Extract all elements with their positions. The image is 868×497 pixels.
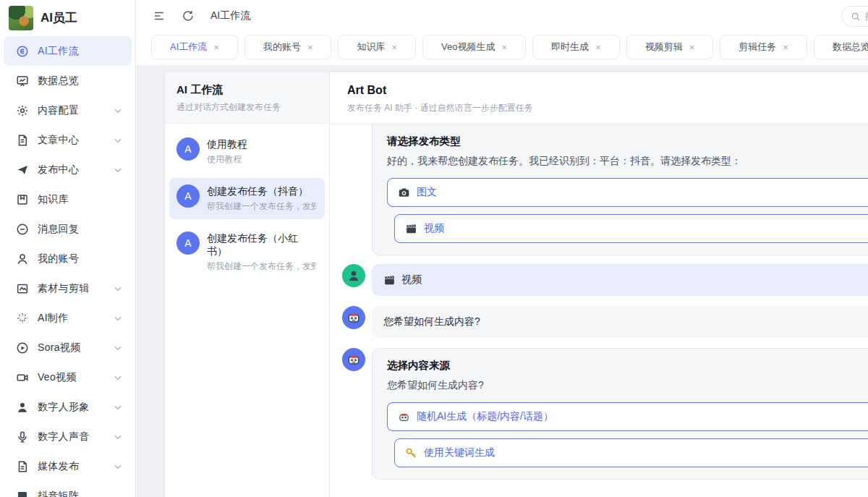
camera-icon bbox=[398, 187, 410, 199]
tab-video-editing[interactable]: 视频剪辑 × bbox=[626, 35, 714, 59]
chat-message-bot: 请选择发布类型 好的，我来帮您创建发布任务。我已经识别到：平台：抖音。请选择发布… bbox=[342, 124, 868, 255]
chat-message-bot: 选择内容来源 您希望如何生成内容? 随机AI生成（标题/内容/话题） bbox=[342, 348, 868, 480]
option-button-keyword-generate[interactable]: 使用关键词生成 bbox=[394, 438, 868, 467]
close-icon[interactable]: × bbox=[595, 42, 601, 53]
collapse-menu-icon[interactable] bbox=[153, 9, 166, 22]
sidebar-item-veo-video[interactable]: Veo视频 bbox=[4, 362, 132, 392]
tab-label: 即时生成 bbox=[551, 41, 589, 54]
sidebar-item-content-config[interactable]: 内容配置 bbox=[4, 95, 132, 125]
sidebar-item-knowledge-base[interactable]: 知识库 bbox=[4, 184, 132, 214]
list-item-create-xiaohongshu-task[interactable]: A 创建发布任务（小红书） 帮我创建一个发布任务，发到... bbox=[169, 225, 325, 279]
sidebar-nav: AI工作流 数据总览 内容配置 文章中心 bbox=[0, 35, 135, 497]
tab-edit-tasks[interactable]: 剪辑任务 × bbox=[720, 35, 807, 59]
tab-data-overview[interactable]: 数据总览 × bbox=[814, 35, 868, 59]
option-button-label: 使用关键词生成 bbox=[424, 446, 495, 459]
main-region: AI工作流 搜索 AI工作流 × 我的账号 × 知识库 × Veo视频生成 × … bbox=[137, 0, 868, 497]
option-button-random-ai-generate[interactable]: 随机AI生成（标题/内容/话题） bbox=[387, 402, 868, 431]
video-camera-icon bbox=[16, 371, 29, 384]
close-icon[interactable]: × bbox=[689, 42, 695, 53]
sidebar-item-label: Veo视频 bbox=[38, 371, 104, 384]
sidebar-item-ai-workflow[interactable]: AI工作流 bbox=[4, 36, 132, 66]
gear-icon bbox=[16, 104, 29, 117]
sidebar-item-materials-editing[interactable]: 素材与剪辑 bbox=[4, 273, 132, 303]
image-icon bbox=[16, 282, 29, 295]
douyin-icon bbox=[16, 490, 29, 497]
tab-label: 视频剪辑 bbox=[645, 41, 683, 54]
close-icon[interactable]: × bbox=[307, 42, 313, 53]
chevron-down-icon bbox=[113, 313, 123, 323]
tab-knowledge-base[interactable]: 知识库 × bbox=[338, 35, 416, 59]
tab-veo-video-generate[interactable]: Veo视频生成 × bbox=[422, 35, 526, 59]
sidebar-item-label: 数字人声音 bbox=[38, 430, 104, 443]
sidebar-item-my-account[interactable]: 我的账号 bbox=[4, 244, 132, 273]
list-item-create-douyin-task[interactable]: A 创建发布任务（抖音） 帮我创建一个发布任务，发到... bbox=[169, 178, 325, 219]
tab-strip: AI工作流 × 我的账号 × 知识库 × Veo视频生成 × 即时生成 × 视频… bbox=[137, 32, 868, 65]
sidebar-item-label: 消息回复 bbox=[38, 223, 123, 236]
article-icon bbox=[16, 134, 29, 147]
app-title: AI员工 bbox=[41, 9, 77, 26]
close-icon[interactable]: × bbox=[391, 42, 397, 53]
conversation-title: 使用教程 bbox=[207, 137, 317, 150]
user-icon bbox=[16, 252, 29, 266]
chevron-down-icon bbox=[113, 402, 123, 412]
sidebar-item-label: 发布中心 bbox=[38, 163, 104, 177]
option-button-video[interactable]: 视频 bbox=[394, 214, 868, 243]
sidebar-item-article-center[interactable]: 文章中心 bbox=[4, 125, 132, 155]
card-title: 选择内容来源 bbox=[387, 359, 868, 373]
sidebar-item-label: AI制作 bbox=[38, 312, 104, 325]
chevron-down-icon bbox=[113, 284, 123, 294]
card-text: 好的，我来帮您创建发布任务。我已经识别到：平台：抖音。请选择发布类型： bbox=[387, 155, 868, 168]
tab-label: 知识库 bbox=[357, 41, 385, 54]
tab-label: Veo视频生成 bbox=[441, 41, 495, 54]
chat-title: Art Bot bbox=[347, 84, 868, 97]
document-icon bbox=[16, 460, 29, 473]
sidebar-item-label: 媒体发布 bbox=[38, 460, 104, 473]
key-icon bbox=[405, 447, 417, 459]
tab-label: AI工作流 bbox=[170, 41, 207, 54]
sidebar-item-sora-video[interactable]: Sora视频 bbox=[4, 333, 132, 362]
tab-label: 我的账号 bbox=[263, 41, 301, 54]
close-icon[interactable]: × bbox=[213, 42, 219, 53]
message-icon bbox=[16, 223, 29, 236]
sidebar-item-label: Sora视频 bbox=[38, 341, 104, 354]
sidebar-item-media-publish[interactable]: 媒体发布 bbox=[4, 451, 132, 481]
sidebar-item-douyin-matrix[interactable]: 抖音矩阵 bbox=[4, 481, 132, 497]
publish-type-card: 请选择发布类型 好的，我来帮您创建发布任务。我已经识别到：平台：抖音。请选择发布… bbox=[372, 124, 868, 255]
robot-icon bbox=[398, 411, 410, 423]
conversation-subtitle: 使用教程 bbox=[207, 153, 317, 166]
person-solid-icon bbox=[16, 401, 29, 414]
card-title: 请选择发布类型 bbox=[387, 135, 868, 148]
avatar: A bbox=[176, 184, 200, 208]
sparkle-icon bbox=[16, 312, 29, 325]
dashboard-icon bbox=[16, 75, 29, 88]
sidebar-item-message-reply[interactable]: 消息回复 bbox=[4, 214, 132, 244]
app-logo-row: AI员工 bbox=[0, 0, 135, 35]
tab-instant-generate[interactable]: 即时生成 × bbox=[532, 35, 620, 59]
close-icon[interactable]: × bbox=[783, 42, 788, 53]
sidebar-item-label: 文章中心 bbox=[38, 134, 104, 147]
message-text: 视频 bbox=[401, 273, 422, 286]
sidebar-item-digital-human-avatar[interactable]: 数字人形象 bbox=[4, 392, 132, 422]
conversation-subtitle: 帮我创建一个发布任务，发到... bbox=[207, 200, 317, 213]
breadcrumb: AI工作流 bbox=[210, 9, 250, 22]
sidebar-item-ai-production[interactable]: AI制作 bbox=[4, 303, 132, 333]
global-search-input[interactable]: 搜索 bbox=[841, 6, 868, 27]
sidebar-item-data-overview[interactable]: 数据总览 bbox=[4, 66, 132, 95]
option-button-label: 图文 bbox=[417, 186, 437, 199]
refresh-icon[interactable] bbox=[182, 9, 195, 22]
chat-messages[interactable]: 请选择发布类型 好的，我来帮您创建发布任务。我已经识别到：平台：抖音。请选择发布… bbox=[330, 124, 868, 497]
sidebar-item-digital-human-voice[interactable]: 数字人声音 bbox=[4, 422, 132, 451]
sidebar-item-publish-center[interactable]: 发布中心 bbox=[4, 155, 132, 184]
message-text: 您希望如何生成内容? bbox=[383, 315, 480, 328]
tab-ai-workflow[interactable]: AI工作流 × bbox=[151, 35, 238, 59]
conversation-list-panel: AI 工作流 通过对话方式创建发布任务 A 使用教程 使用教程 A bbox=[165, 72, 330, 497]
app-logo-image bbox=[9, 6, 33, 30]
sidebar-item-label: AI工作流 bbox=[38, 45, 123, 58]
chat-subtitle: 发布任务 AI 助手 · 通过自然语言一步步配置任务 bbox=[347, 102, 868, 114]
tab-my-account[interactable]: 我的账号 × bbox=[244, 35, 332, 59]
chevron-down-icon bbox=[113, 165, 123, 175]
option-button-image-text[interactable]: 图文 bbox=[387, 178, 868, 207]
close-icon[interactable]: × bbox=[502, 42, 508, 53]
conversation-list-subtitle: 通过对话方式创建发布任务 bbox=[176, 101, 318, 114]
list-item-tutorial[interactable]: A 使用教程 使用教程 bbox=[169, 131, 325, 172]
